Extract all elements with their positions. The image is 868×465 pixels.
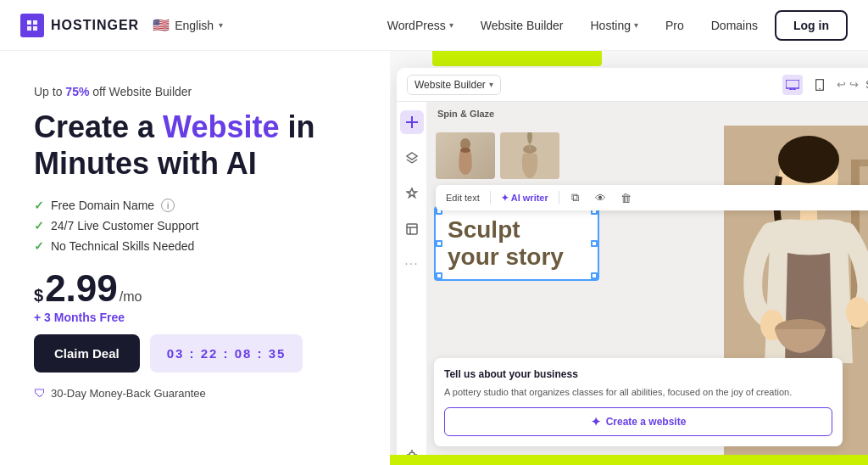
promo-suffix: off Website Builder <box>89 85 192 98</box>
handle-bottom-right[interactable] <box>591 272 598 279</box>
copy-btn[interactable]: ⧉ <box>566 188 585 207</box>
title-line2: Minutes with AI <box>34 146 257 181</box>
main-content: Up to 75% off Website Builder Create a W… <box>0 51 868 465</box>
price-bonus: + 3 Months Free <box>34 311 363 324</box>
logo[interactable]: HOSTINGER <box>20 14 139 37</box>
shield-icon: 🛡 <box>34 386 46 400</box>
nav-website-builder[interactable]: Website Builder <box>470 12 574 39</box>
handle-mid-right[interactable] <box>591 240 598 247</box>
price-display: $ 2.99 /mo <box>34 270 363 307</box>
create-sparkle-icon: ✦ <box>591 415 601 429</box>
title-create: Create a <box>34 109 163 144</box>
price-value: 2.99 <box>45 270 118 307</box>
nav-hosting[interactable]: Hosting ▾ <box>580 12 648 39</box>
nav-wordpress[interactable]: WordPress ▾ <box>377 12 464 39</box>
pottery-thumb-1[interactable] <box>436 132 495 179</box>
create-website-button[interactable]: ✦ Create a website <box>444 407 832 436</box>
countdown-timer: 03 : 22 : 08 : 35 <box>150 334 303 373</box>
feature-support-text: 24/7 Live Customer Support <box>51 219 198 232</box>
edit-text-btn[interactable]: Edit text <box>442 191 483 204</box>
claim-deal-button[interactable]: Claim Deal <box>34 334 140 373</box>
guarantee-badge: 🛡 30-Day Money-Back Guarantee <box>34 386 363 400</box>
tool-edit[interactable] <box>400 217 424 241</box>
check-icon-2: ✓ <box>34 219 44 232</box>
builder-tab-chevron: ▾ <box>489 80 493 89</box>
price-section: $ 2.99 /mo + 3 Months Free <box>34 270 363 324</box>
svg-rect-9 <box>407 224 417 234</box>
builder-window: Website Builder ▾ ↩ ↪ Sav <box>397 68 868 465</box>
ai-form-card: Tell us about your business A pottery st… <box>434 358 843 447</box>
handle-bottom-left[interactable] <box>436 272 442 279</box>
check-icon-1: ✓ <box>34 199 44 212</box>
lang-selector[interactable]: 🇺🇸 English ▾ <box>153 17 223 33</box>
pottery-thumb-2[interactable] <box>500 132 559 179</box>
header-left: HOSTINGER 🇺🇸 English ▾ <box>20 14 223 37</box>
builder-topbar: Website Builder ▾ ↩ ↪ Sav <box>397 68 868 102</box>
mobile-device-btn[interactable] <box>810 75 830 95</box>
title-in: in <box>279 109 314 144</box>
hero-section: Up to 75% off Website Builder Create a W… <box>0 51 390 465</box>
ai-writer-btn[interactable]: ✦ AI writer <box>498 191 552 205</box>
hero-title: Create a Website in Minutes with AI <box>34 109 363 182</box>
nav-domains[interactable]: Domains <box>701 12 768 39</box>
svg-rect-21 <box>860 160 868 166</box>
price-dollar: $ <box>34 286 43 305</box>
feature-skills-text: No Technical Skills Needed <box>51 239 194 253</box>
divider-1 <box>490 191 491 204</box>
lime-accent-bar <box>432 51 602 66</box>
promo-prefix: Up to <box>34 85 65 98</box>
lang-chevron-icon: ▾ <box>219 20 223 30</box>
promo-discount: 75% <box>65 85 89 98</box>
more-tools-dots: ··· <box>404 256 418 272</box>
feature-support: ✓ 24/7 Live Customer Support <box>34 219 363 232</box>
login-button[interactable]: Log in <box>775 10 848 41</box>
handle-mid-left[interactable] <box>436 240 442 247</box>
svg-rect-0 <box>786 80 799 88</box>
sculpt-text: Sculpt your story <box>448 216 586 271</box>
builder-topbar-right: ↩ ↪ Sav <box>782 75 868 95</box>
undo-btn[interactable]: ↩ <box>837 78 846 91</box>
tool-layers[interactable] <box>400 146 424 170</box>
tool-ai[interactable] <box>400 182 424 205</box>
create-website-label: Create a website <box>606 416 687 428</box>
text-editor-bar: Edit text ✦ AI writer ⧉ 👁 🗑 <box>436 185 868 210</box>
wordpress-chevron-icon: ▾ <box>449 20 453 30</box>
builder-sidebar: ··· <box>397 102 427 465</box>
features-list: ✓ Free Domain Name i ✓ 24/7 Live Custome… <box>34 199 363 253</box>
guarantee-text: 30-Day Money-Back Guarantee <box>51 387 206 400</box>
lang-label: English <box>175 19 214 32</box>
bottom-lime-bar <box>390 455 868 465</box>
feature-skills: ✓ No Technical Skills Needed <box>34 239 363 253</box>
delete-btn[interactable]: 🗑 <box>617 188 636 207</box>
site-name-bar: Spin & Glaze <box>427 102 868 126</box>
ai-form-title: Tell us about your business <box>444 368 832 380</box>
divider-2 <box>559 191 559 204</box>
ai-form-text: A pottery studio that organizes classes … <box>444 385 832 400</box>
svg-point-23 <box>778 136 839 183</box>
header: HOSTINGER 🇺🇸 English ▾ WordPress ▾ Websi… <box>0 0 868 51</box>
builder-tab[interactable]: Website Builder ▾ <box>407 75 501 95</box>
svg-marker-6 <box>407 153 417 160</box>
tool-add[interactable] <box>400 110 424 134</box>
cta-row: Claim Deal 03 : 22 : 08 : 35 <box>34 334 363 373</box>
title-website: Website <box>163 109 279 144</box>
svg-point-14 <box>460 148 470 153</box>
builder-canvas: Spin & Glaze <box>427 102 868 465</box>
flag-icon: 🇺🇸 <box>153 17 170 33</box>
logo-icon <box>20 14 44 37</box>
feature-domain: ✓ Free Domain Name i <box>34 199 363 212</box>
svg-line-8 <box>412 160 417 163</box>
main-nav: WordPress ▾ Website Builder Hosting ▾ Pr… <box>377 10 848 41</box>
redo-btn[interactable]: ↪ <box>849 78 859 91</box>
hosting-chevron-icon: ▾ <box>634 20 638 30</box>
builder-tab-label: Website Builder <box>415 79 486 91</box>
desktop-device-btn[interactable] <box>782 75 803 95</box>
sculpt-text-block[interactable]: Sculpt your story <box>434 206 599 281</box>
preview-btn[interactable]: 👁 <box>592 188 610 207</box>
nav-pro[interactable]: Pro <box>655 12 694 39</box>
site-name: Spin & Glaze <box>437 109 494 119</box>
builder-preview: Website Builder ▾ ↩ ↪ Sav <box>390 51 868 465</box>
svg-line-7 <box>407 160 412 163</box>
price-period: /mo <box>120 289 142 305</box>
info-icon[interactable]: i <box>161 199 175 212</box>
